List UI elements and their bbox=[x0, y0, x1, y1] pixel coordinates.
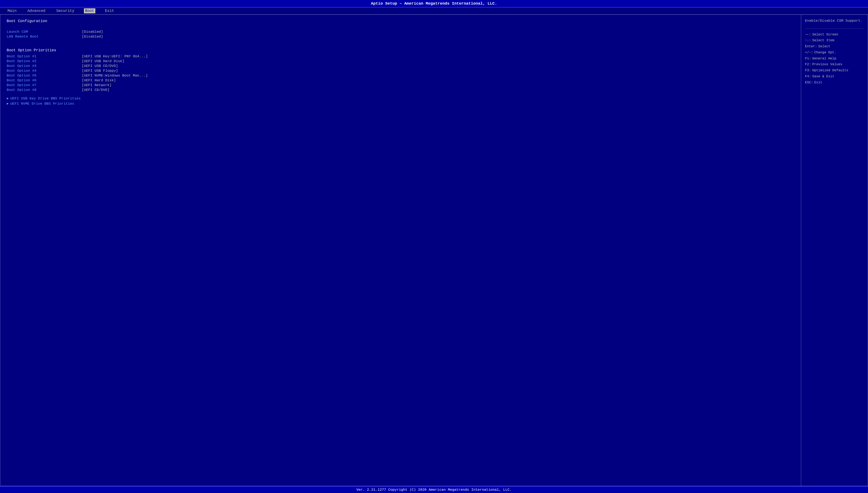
menu-item-security[interactable]: Security bbox=[55, 8, 76, 13]
boot-option-4-value[interactable]: [UEFI USB Floppy] bbox=[82, 69, 118, 73]
submenu-nvme-label: UEFI NVME Drive BBS Priorities bbox=[11, 102, 74, 106]
key-select-screen-key: →←: bbox=[805, 32, 811, 38]
submenu-usb-key[interactable]: ► UEFI USB Key Drive BBS Priorities bbox=[7, 97, 794, 101]
boot-option-5-value[interactable]: [UEFI NVME:Windows Boot Man...] bbox=[82, 73, 148, 78]
boot-option-8-label: Boot Option #8 bbox=[7, 88, 82, 92]
boot-option-2-label: Boot Option #2 bbox=[7, 59, 82, 63]
submenu-arrow-2: ► bbox=[7, 102, 9, 106]
boot-option-2-value[interactable]: [UEFI USB Hard Disk] bbox=[82, 59, 124, 63]
boot-option-7-row: Boot Option #7 [UEFI Network] bbox=[7, 83, 794, 87]
boot-option-4-row: Boot Option #4 [UEFI USB Floppy] bbox=[7, 69, 794, 73]
key-f3-key: F3: bbox=[805, 67, 811, 73]
boot-option-7-label: Boot Option #7 bbox=[7, 83, 82, 87]
menu-item-main[interactable]: Main bbox=[6, 8, 18, 13]
key-f3: F3: Optimized Defaults bbox=[805, 67, 864, 73]
key-esc: ESC: Exit bbox=[805, 80, 864, 86]
boot-option-8-row: Boot Option #8 [UEFI CD/DVD] bbox=[7, 88, 794, 92]
boot-option-1-row: Boot Option #1 [UEFI USB Key:UEFI: PNY O… bbox=[7, 55, 794, 58]
key-f2-action: Previous Values bbox=[812, 62, 842, 67]
key-f4-key: F4: bbox=[805, 73, 811, 80]
menu-bar: Main Advanced Security Boot Exit bbox=[0, 7, 868, 14]
boot-option-3-label: Boot Option #3 bbox=[7, 64, 82, 68]
key-esc-key: ESC: bbox=[805, 80, 813, 86]
boot-option-8-value[interactable]: [UEFI CD/DVD] bbox=[82, 88, 109, 92]
submenu-arrow-1: ► bbox=[7, 97, 9, 101]
boot-option-1-value[interactable]: [UEFI USB Key:UEFI: PNY OU4...] bbox=[82, 55, 148, 58]
main-area: Boot Configuration Launch CSM [Disabled]… bbox=[0, 14, 868, 486]
boot-option-5-label: Boot Option #5 bbox=[7, 73, 82, 78]
boot-option-4-label: Boot Option #4 bbox=[7, 69, 82, 73]
key-select-item-key: ↑↓: bbox=[805, 38, 811, 44]
menu-item-boot[interactable]: Boot bbox=[84, 8, 95, 13]
boot-option-6-value[interactable]: [UEFI Hard Disk] bbox=[82, 78, 116, 82]
footer-text: Ver. 2.21.1277 Copyright (C) 2020 Americ… bbox=[356, 488, 512, 492]
submenu-usb-key-label: UEFI USB Key Drive BBS Priorities bbox=[11, 97, 81, 101]
boot-option-6-row: Boot Option #6 [UEFI Hard Disk] bbox=[7, 78, 794, 82]
launch-csm-value[interactable]: [Disabled] bbox=[82, 30, 103, 34]
key-f4: F4: Save & Exit bbox=[805, 73, 864, 80]
boot-option-6-label: Boot Option #6 bbox=[7, 78, 82, 82]
help-panel: Enable/Disable CSM Support. →←: Select S… bbox=[801, 14, 868, 486]
menu-item-exit[interactable]: Exit bbox=[104, 8, 115, 13]
key-f4-action: Save & Exit bbox=[812, 73, 834, 80]
boot-option-3-value[interactable]: [UEFI USB CD/DVD] bbox=[82, 64, 118, 68]
key-f1: F1: General Help bbox=[805, 56, 864, 62]
key-enter-action: Select bbox=[818, 44, 830, 50]
boot-priorities-title: Boot Option Priorities bbox=[7, 48, 794, 52]
key-f2: F2: Previous Values bbox=[805, 62, 864, 67]
key-select-screen: →←: Select Screen bbox=[805, 32, 864, 38]
key-f2-key: F2: bbox=[805, 62, 811, 67]
menu-item-advanced[interactable]: Advanced bbox=[26, 8, 46, 13]
key-enter-key: Enter: bbox=[805, 44, 817, 50]
key-change-opt-key: +/−: bbox=[805, 50, 813, 56]
title-bar: Aptio Setup – American Megatrends Intern… bbox=[0, 0, 868, 7]
help-divider bbox=[805, 28, 864, 29]
lan-remote-boot-row: LAN Remote Boot [Disabled] bbox=[7, 35, 794, 39]
content-panel: Boot Configuration Launch CSM [Disabled]… bbox=[0, 14, 801, 486]
launch-csm-row: Launch CSM [Disabled] bbox=[7, 30, 794, 34]
lan-remote-boot-value[interactable]: [Disabled] bbox=[82, 35, 103, 39]
key-f3-action: Optimized Defaults bbox=[812, 67, 848, 73]
key-select-item-action: Select Item bbox=[812, 38, 834, 44]
lan-remote-boot-label: LAN Remote Boot bbox=[7, 35, 82, 39]
key-select-screen-action: Select Screen bbox=[812, 32, 839, 38]
key-change-opt-action: Change Opt. bbox=[814, 50, 836, 56]
boot-option-7-value[interactable]: [UEFI Network] bbox=[82, 83, 112, 87]
key-change-opt: +/−: Change Opt. bbox=[805, 50, 864, 56]
key-esc-action: Exit bbox=[814, 80, 822, 86]
submenu-nvme[interactable]: ► UEFI NVME Drive BBS Priorities bbox=[7, 102, 794, 106]
key-help-area: →←: Select Screen ↑↓: Select Item Enter:… bbox=[805, 32, 864, 86]
section-title: Boot Configuration bbox=[7, 19, 794, 23]
key-select-item: ↑↓: Select Item bbox=[805, 38, 864, 44]
title-text: Aptio Setup – American Megatrends Intern… bbox=[371, 1, 497, 6]
boot-option-2-row: Boot Option #2 [UEFI USB Hard Disk] bbox=[7, 59, 794, 63]
boot-option-5-row: Boot Option #5 [UEFI NVME:Windows Boot M… bbox=[7, 73, 794, 78]
footer: Ver. 2.21.1277 Copyright (C) 2020 Americ… bbox=[0, 486, 868, 493]
key-f1-key: F1: bbox=[805, 56, 811, 62]
key-f1-action: General Help bbox=[812, 56, 836, 62]
boot-option-3-row: Boot Option #3 [UEFI USB CD/DVD] bbox=[7, 64, 794, 68]
boot-option-1-label: Boot Option #1 bbox=[7, 55, 82, 58]
key-enter-select: Enter: Select bbox=[805, 44, 864, 50]
launch-csm-label: Launch CSM bbox=[7, 30, 82, 34]
help-description: Enable/Disable CSM Support. bbox=[805, 18, 864, 24]
